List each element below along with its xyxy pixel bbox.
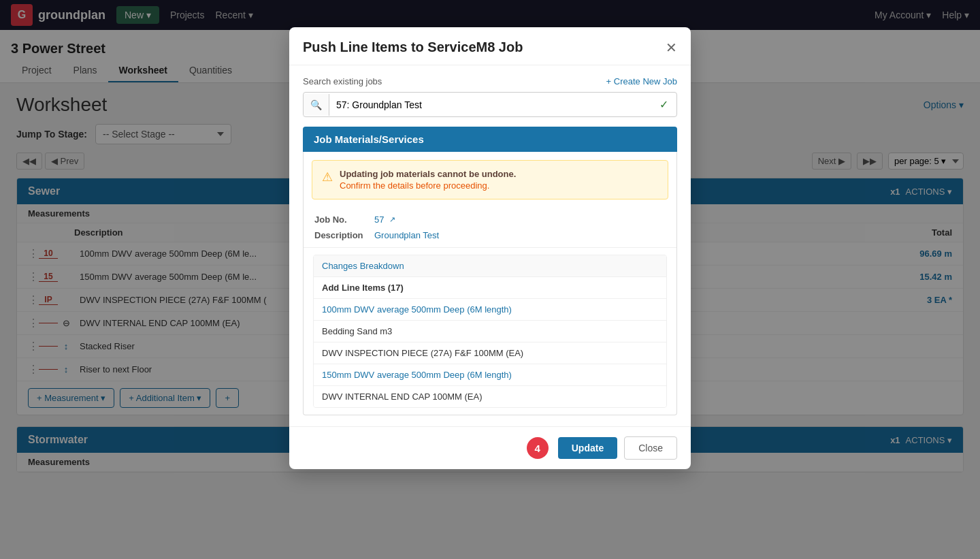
create-new-job-link[interactable]: + Create New Job (606, 76, 677, 86)
warning-text-bold: Updating job materials cannot be undone. (340, 169, 516, 179)
line-item-5: DWV INTERNAL END CAP 100MM (EA) (314, 386, 666, 407)
job-desc-value: Groundplan Test (374, 230, 439, 240)
warning-text-sub: Confirm the details before proceeding. (340, 180, 516, 191)
line-item-3: DWV INSPECTION PIECE (27A) F&F 100MM (EA… (314, 342, 666, 364)
line-item-2: Bedding Sand m3 (314, 321, 666, 342)
changes-breakdown-header[interactable]: Changes Breakdown (314, 255, 666, 277)
warning-icon: ⚠ (322, 170, 333, 185)
step-badge: 4 (527, 437, 549, 459)
update-button[interactable]: Update (558, 437, 617, 459)
warning-box: ⚠ Updating job materials cannot be undon… (312, 160, 668, 199)
line-item-1: 100mm DWV average 500mm Deep (6M length) (314, 299, 666, 321)
modal-close-button[interactable]: ✕ (666, 41, 677, 54)
search-icon: 🔍 (304, 94, 329, 116)
job-materials-body: ⚠ Updating job materials cannot be undon… (303, 152, 677, 415)
search-label-row: Search existing jobs + Create New Job (303, 76, 677, 86)
changes-list: Changes Breakdown Add Line Items (17) 10… (314, 255, 666, 407)
job-desc-row: Description Groundplan Test (314, 230, 666, 240)
warning-content: Updating job materials cannot be undone.… (340, 169, 516, 191)
search-row: 🔍 ✓ (303, 92, 677, 117)
modal: Push Line Items to ServiceM8 Job ✕ Searc… (289, 27, 691, 469)
search-existing-label: Search existing jobs (303, 76, 382, 86)
close-button[interactable]: Close (624, 436, 677, 460)
job-no-row: Job No. 57 ↗ (314, 214, 666, 225)
job-materials-container: Job Materials/Services ⚠ Updating job ma… (303, 127, 677, 415)
job-no-value[interactable]: 57 (374, 214, 384, 225)
search-check-icon: ✓ (651, 93, 676, 116)
modal-header: Push Line Items to ServiceM8 Job ✕ (289, 27, 691, 65)
modal-overlay[interactable]: Push Line Items to ServiceM8 Job ✕ Searc… (0, 0, 980, 494)
add-line-items-label: Add Line Items (17) (314, 277, 666, 299)
job-desc-label: Description (314, 230, 369, 240)
external-link-icon[interactable]: ↗ (389, 215, 395, 224)
modal-body: Search existing jobs + Create New Job 🔍 … (289, 65, 691, 426)
changes-section: Changes Breakdown Add Line Items (17) 10… (313, 255, 667, 408)
job-no-label: Job No. (314, 214, 369, 225)
line-item-4: 150mm DWV average 500mm Deep (6M length) (314, 364, 666, 386)
modal-footer: 4 Update Close (289, 426, 691, 469)
job-search-input[interactable] (329, 94, 651, 116)
modal-title: Push Line Items to ServiceM8 Job (303, 39, 523, 55)
job-info: Job No. 57 ↗ Description Groundplan Test (304, 208, 676, 248)
job-materials-header: Job Materials/Services (303, 127, 677, 152)
